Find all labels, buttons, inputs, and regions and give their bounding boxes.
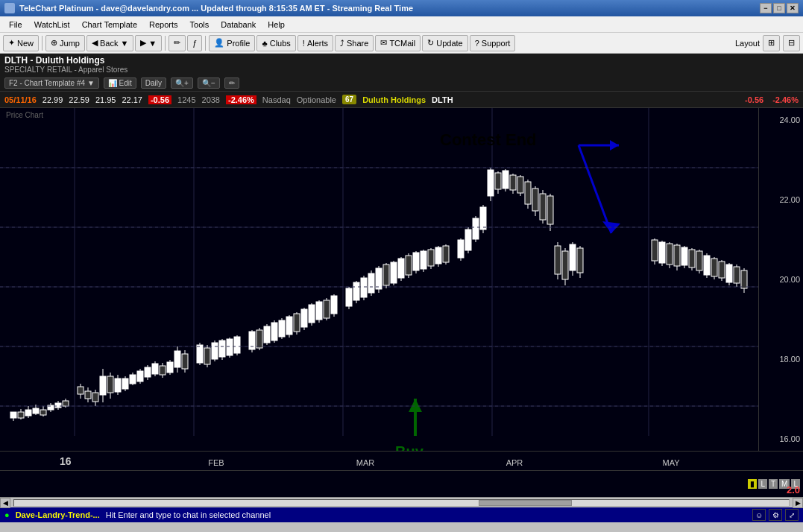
svg-rect-61 xyxy=(212,343,218,359)
scroll-thumb[interactable] xyxy=(479,500,572,506)
back-button[interactable]: ◀ Back ▼ xyxy=(86,35,133,51)
svg-rect-31 xyxy=(92,393,98,402)
app-icon xyxy=(4,3,15,13)
svg-rect-177 xyxy=(734,267,740,283)
menu-file[interactable]: File xyxy=(3,19,28,31)
svg-rect-41 xyxy=(130,375,136,384)
menu-tools[interactable]: Tools xyxy=(184,19,215,31)
alerts-button[interactable]: ! Alerts xyxy=(297,35,333,51)
layout-restore-button[interactable]: ⊟ xyxy=(783,35,800,51)
title-bar: TeleChart Platinum - dave@davelandry.com… xyxy=(0,0,803,16)
back-icon: ◀ xyxy=(92,38,98,48)
svg-rect-95 xyxy=(353,282,359,300)
forward-button[interactable]: ▶ ▼ xyxy=(135,35,162,51)
contest-end-text: Contest End xyxy=(440,130,537,149)
price-right-change: -0.56 xyxy=(745,95,763,104)
indicator-badge-l: L xyxy=(758,479,767,489)
draw-tool-button[interactable]: ✏ xyxy=(224,77,239,89)
update-button[interactable]: ↻ Update xyxy=(422,35,467,51)
menu-help[interactable]: Help xyxy=(262,19,291,31)
svg-rect-77 xyxy=(279,320,285,337)
svg-rect-151 xyxy=(570,244,576,270)
zoom-in-button[interactable]: 🔍+ xyxy=(171,77,193,89)
new-button[interactable]: ✦ New xyxy=(3,35,39,51)
chart-area: Price Chart xyxy=(0,108,803,451)
svg-rect-171 xyxy=(711,259,717,276)
svg-rect-59 xyxy=(204,348,210,364)
svg-rect-109 xyxy=(406,256,412,275)
stock-ticker-badge: DLTH xyxy=(432,95,453,104)
menu-watchlist[interactable]: WatchList xyxy=(28,19,76,31)
status-expand-button[interactable]: ⤢ xyxy=(785,509,799,521)
tcmail-button[interactable]: ✉ TCMail xyxy=(375,35,421,51)
x-label-feb: FEB xyxy=(208,458,224,467)
zoom-out-button[interactable]: 🔍− xyxy=(198,77,220,89)
candle-group-late-mar xyxy=(346,244,449,309)
svg-rect-37 xyxy=(115,379,121,392)
scroll-track[interactable] xyxy=(13,499,790,507)
clubs-button[interactable]: ♣ Clubs xyxy=(256,35,295,51)
svg-rect-125 xyxy=(473,218,479,239)
bar-icon: 📊 xyxy=(108,79,117,87)
layout-grid-button[interactable]: ⊞ xyxy=(763,35,780,51)
price-high: 22.59 xyxy=(69,95,89,104)
menu-databank[interactable]: Databank xyxy=(215,19,262,31)
price-vol2: 2038 xyxy=(202,95,220,104)
svg-rect-85 xyxy=(309,305,315,323)
svg-rect-131 xyxy=(495,173,501,189)
edit-button[interactable]: 📊 Edit xyxy=(104,77,136,89)
svg-rect-35 xyxy=(107,376,113,393)
svg-rect-29 xyxy=(85,391,91,399)
share-button[interactable]: ⤴ Share xyxy=(335,35,374,51)
svg-rect-83 xyxy=(301,309,307,327)
support-button[interactable]: ? Support xyxy=(470,35,516,51)
menu-chart-template[interactable]: Chart Template xyxy=(76,19,143,31)
candle-group-jan xyxy=(10,399,69,421)
price-level-20: 20.00 xyxy=(762,275,800,284)
price-level-24: 24.00 xyxy=(762,115,800,124)
stock-name-badge: Duluth Holdings xyxy=(362,95,426,104)
formula-button[interactable]: ƒ xyxy=(187,35,202,51)
jump-button[interactable]: ⊕ Jump xyxy=(45,35,85,51)
rating-badge: 67 xyxy=(342,95,356,104)
status-bar: ● Dave-Landry-Trend-... Hit Enter and ty… xyxy=(0,507,803,522)
menu-bar: File WatchList Chart Template Reports To… xyxy=(0,16,803,33)
price-scale: 24.00 22.00 20.00 18.00 16.00 xyxy=(758,108,803,451)
x-label-apr: APR xyxy=(506,458,523,467)
chart-template-selector[interactable]: F2 - Chart Template #4 ▼ xyxy=(4,77,99,89)
svg-rect-147 xyxy=(555,246,561,274)
svg-rect-45 xyxy=(145,367,151,377)
indicator-badge-yellow: ▮ xyxy=(748,479,757,489)
price-bar: 05/11/16 22.99 22.59 21.95 22.17 -0.56 1… xyxy=(0,92,803,108)
status-settings-button[interactable]: ⚙ xyxy=(769,509,782,521)
close-button[interactable]: ✕ xyxy=(787,3,799,13)
svg-rect-43 xyxy=(137,371,143,381)
profile-button[interactable]: 👤 Profile xyxy=(209,35,255,51)
minimize-button[interactable]: − xyxy=(760,3,772,13)
indicator-value: 2.0 xyxy=(787,484,800,495)
status-dot: ● xyxy=(4,510,10,519)
price-change: -0.56 xyxy=(148,95,171,104)
svg-rect-153 xyxy=(577,248,583,273)
toolbar: ✦ New ⊕ Jump ◀ Back ▼ ▶ ▼ ✏ ƒ 👤 Profile … xyxy=(0,33,803,54)
horizontal-scrollbar[interactable]: ◀ ▶ xyxy=(0,497,803,507)
maximize-button[interactable]: □ xyxy=(773,3,785,13)
draw-button[interactable]: ✏ xyxy=(169,35,186,51)
price-exchange: Nasdaq xyxy=(262,95,291,104)
period-selector[interactable]: Daily xyxy=(141,77,166,89)
svg-rect-23 xyxy=(55,403,61,408)
scroll-left-button[interactable]: ◀ xyxy=(0,498,10,508)
svg-rect-121 xyxy=(458,240,464,258)
svg-rect-51 xyxy=(167,362,173,373)
svg-rect-107 xyxy=(398,259,404,278)
chart-info-bar: F2 - Chart Template #4 ▼ 📊 Edit Daily 🔍+… xyxy=(0,75,803,92)
scroll-right-button[interactable]: ▶ xyxy=(793,498,803,508)
menu-reports[interactable]: Reports xyxy=(143,19,184,31)
price-date: 05/11/16 xyxy=(4,95,37,104)
status-smiley-button[interactable]: ☺ xyxy=(752,509,766,521)
price-close: 22.17 xyxy=(122,95,142,104)
svg-rect-57 xyxy=(197,345,203,363)
stock-name-header: DLTH - Duluth Holdings xyxy=(4,55,799,66)
svg-rect-139 xyxy=(525,182,531,204)
svg-rect-13 xyxy=(18,412,24,418)
